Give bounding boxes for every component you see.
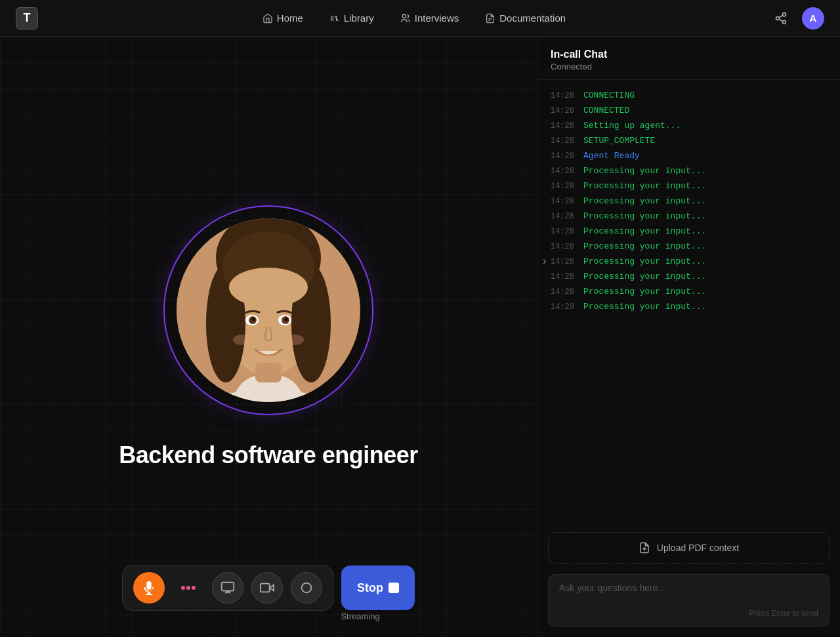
log-row: 14:28Processing your input... bbox=[537, 209, 840, 224]
nav-home[interactable]: Home bbox=[252, 9, 314, 28]
log-row: 14:28Processing your input... bbox=[537, 163, 840, 178]
svg-point-23 bbox=[251, 318, 255, 321]
log-row: 14:28Processing your input... bbox=[537, 224, 840, 239]
user-avatar[interactable]: A bbox=[802, 7, 824, 30]
mic-icon bbox=[142, 581, 156, 595]
log-time: 14:28 bbox=[551, 91, 576, 100]
svg-rect-31 bbox=[222, 583, 234, 591]
log-row: 14:28CONNECTED bbox=[537, 103, 840, 118]
nav-links: Home Library Interviews Documentation bbox=[59, 9, 769, 28]
library-icon bbox=[329, 13, 340, 24]
log-message: Setting up agent... bbox=[583, 121, 681, 131]
home-icon bbox=[262, 13, 273, 24]
streaming-label: Streaming bbox=[341, 611, 379, 621]
controls-bar: Stop bbox=[122, 565, 415, 611]
record-icon bbox=[299, 581, 314, 595]
app-logo[interactable]: T bbox=[16, 7, 38, 30]
more-options-button[interactable] bbox=[173, 572, 204, 604]
log-message: Processing your input... bbox=[583, 226, 706, 236]
nav-right: A bbox=[769, 7, 824, 30]
avatar-svg bbox=[177, 218, 360, 402]
control-group bbox=[122, 565, 333, 611]
record-button[interactable] bbox=[291, 572, 322, 604]
avatar-ring bbox=[163, 205, 373, 415]
log-time: 14:29 bbox=[551, 302, 576, 312]
log-message: CONNECTING bbox=[583, 91, 635, 100]
log-row: 14:28Processing your input... bbox=[537, 178, 840, 194]
svg-point-29 bbox=[186, 586, 190, 590]
log-message: Processing your input... bbox=[583, 287, 706, 297]
chat-input[interactable] bbox=[559, 583, 818, 604]
svg-line-10 bbox=[779, 19, 783, 21]
log-message: Processing your input... bbox=[583, 196, 706, 206]
log-time: 14:28 bbox=[551, 257, 576, 266]
nav-interviews[interactable]: Interviews bbox=[390, 9, 470, 28]
log-time: 14:28 bbox=[551, 242, 576, 251]
nav-library[interactable]: Library bbox=[319, 9, 385, 28]
chat-input-area: Press Enter to send bbox=[548, 574, 830, 627]
log-time: 14:28 bbox=[551, 121, 576, 131]
svg-rect-34 bbox=[261, 584, 270, 592]
log-message: Agent Ready bbox=[583, 151, 640, 161]
mic-button[interactable] bbox=[133, 572, 165, 604]
stop-square-icon bbox=[388, 583, 399, 593]
main-layout: Backend software engineer bbox=[0, 37, 840, 637]
log-time: 14:28 bbox=[551, 136, 576, 146]
log-row: 14:28Processing your input... bbox=[537, 284, 840, 299]
svg-point-26 bbox=[285, 335, 304, 345]
log-message: Processing your input... bbox=[583, 211, 706, 221]
log-time: 14:28 bbox=[551, 287, 576, 297]
chat-header: In-call Chat Connected bbox=[537, 37, 840, 80]
interviewee-title: Backend software engineer bbox=[119, 442, 418, 469]
log-time: 14:28 bbox=[551, 272, 576, 281]
dots-icon bbox=[181, 585, 196, 590]
svg-point-18 bbox=[229, 268, 308, 307]
camera-button[interactable] bbox=[251, 572, 283, 604]
upload-icon bbox=[639, 542, 650, 554]
upload-pdf-button[interactable]: Upload PDF context bbox=[548, 532, 830, 564]
svg-point-28 bbox=[181, 586, 185, 590]
log-row: 14:28Agent Ready bbox=[537, 148, 840, 163]
chat-log[interactable]: 14:28CONNECTING14:28CONNECTED14:28Settin… bbox=[537, 80, 840, 527]
avatar-photo bbox=[177, 218, 360, 402]
log-message: Processing your input... bbox=[583, 272, 706, 281]
log-time: 14:28 bbox=[551, 167, 576, 176]
documentation-icon bbox=[485, 13, 495, 24]
log-row: 14:28Processing your input... bbox=[537, 254, 840, 269]
chat-enter-hint: Press Enter to send bbox=[559, 609, 818, 618]
log-time: 14:28 bbox=[551, 212, 576, 221]
stop-button[interactable]: Stop bbox=[341, 565, 415, 610]
log-time: 14:28 bbox=[551, 182, 576, 191]
nav-documentation[interactable]: Documentation bbox=[474, 9, 576, 28]
camera-icon bbox=[260, 581, 274, 595]
log-message: Processing your input... bbox=[583, 257, 706, 266]
right-panel: In-call Chat Connected 14:28CONNECTING14… bbox=[537, 37, 840, 637]
svg-point-8 bbox=[776, 16, 780, 20]
left-panel: Backend software engineer bbox=[0, 37, 537, 637]
svg-point-9 bbox=[783, 20, 786, 24]
svg-point-35 bbox=[302, 583, 312, 593]
svg-point-7 bbox=[783, 12, 786, 16]
log-row: 14:28Processing your input... bbox=[537, 269, 840, 284]
log-time: 14:28 bbox=[551, 227, 576, 236]
log-time: 14:28 bbox=[551, 152, 576, 161]
chat-status: Connected bbox=[551, 62, 827, 72]
log-message: Processing your input... bbox=[583, 302, 706, 312]
log-row: 14:28Setting up agent... bbox=[537, 118, 840, 133]
log-row: 14:28Processing your input... bbox=[537, 194, 840, 209]
log-row: 14:28SETUP_COMPLETE bbox=[537, 133, 840, 148]
share-icon bbox=[774, 12, 788, 25]
log-message: SETUP_COMPLETE bbox=[583, 136, 655, 146]
svg-line-11 bbox=[779, 15, 783, 17]
svg-rect-27 bbox=[255, 363, 282, 382]
share-screen-button[interactable] bbox=[212, 572, 243, 604]
svg-marker-33 bbox=[270, 585, 274, 590]
avatar-area: Backend software engineer bbox=[119, 205, 418, 469]
share-button[interactable] bbox=[769, 7, 793, 30]
log-message: Processing your input... bbox=[583, 241, 706, 251]
log-row: 14:28Processing your input... bbox=[537, 239, 840, 254]
svg-point-30 bbox=[192, 586, 196, 590]
log-row: 14:29Processing your input... bbox=[537, 299, 840, 314]
chat-title: In-call Chat bbox=[551, 49, 827, 60]
interviews-icon bbox=[400, 13, 411, 24]
